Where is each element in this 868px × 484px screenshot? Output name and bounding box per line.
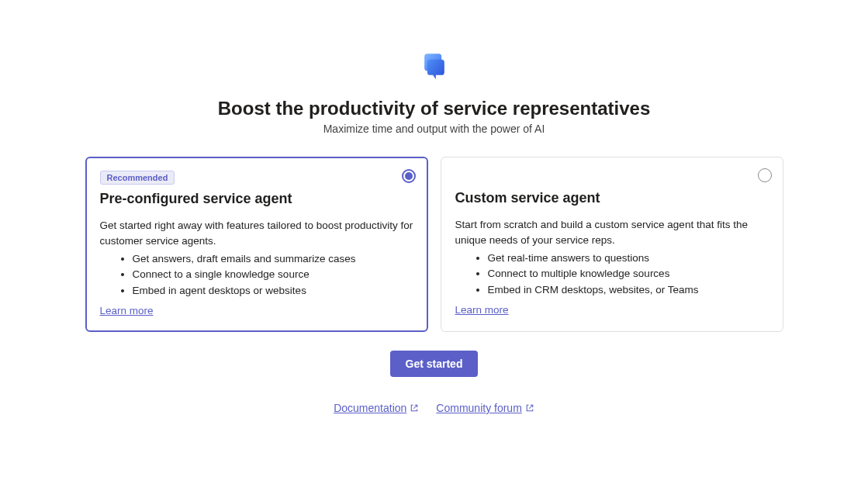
list-item: Connect to multiple knowledge sources (488, 266, 769, 282)
radio-selected-icon[interactable] (402, 169, 416, 183)
card-title: Pre-configured service agent (100, 191, 413, 207)
link-label: Community forum (436, 402, 521, 414)
list-item: Embed in agent desktops or websites (133, 283, 413, 299)
community-forum-link[interactable]: Community forum (436, 402, 534, 414)
copilot-logo-icon (416, 47, 453, 84)
list-item: Embed in CRM desktops, websites, or Team… (488, 282, 769, 298)
radio-unselected-icon[interactable] (758, 168, 772, 182)
learn-more-link[interactable]: Learn more (100, 305, 154, 316)
learn-more-link[interactable]: Learn more (455, 304, 509, 316)
external-link-icon (525, 403, 534, 413)
footer-links: Documentation Community forum (334, 402, 534, 414)
list-item: Connect to a single knowledge source (133, 267, 413, 282)
option-cards: Recommended Pre-configured service agent… (85, 157, 783, 332)
card-title: Custom service agent (455, 190, 769, 206)
page-title: Boost the productivity of service repres… (218, 98, 651, 119)
list-item: Get real-time answers to questions (488, 251, 769, 266)
page-subtitle: Maximize time and output with the power … (323, 123, 545, 135)
link-label: Documentation (334, 402, 406, 414)
external-link-icon (410, 403, 419, 413)
documentation-link[interactable]: Documentation (334, 402, 419, 414)
card-description: Start from scratch and build a custom se… (455, 217, 769, 247)
get-started-button[interactable]: Get started (390, 351, 479, 377)
card-bullets: Get answers, draft emails and summarize … (100, 251, 413, 299)
card-preconfigured-agent[interactable]: Recommended Pre-configured service agent… (85, 157, 428, 332)
card-custom-agent[interactable]: Custom service agent Start from scratch … (441, 157, 783, 332)
recommended-badge: Recommended (100, 171, 175, 185)
card-bullets: Get real-time answers to questions Conne… (455, 251, 769, 298)
list-item: Get answers, draft emails and summarize … (133, 251, 413, 267)
card-description: Get started right away with features tai… (100, 218, 413, 248)
